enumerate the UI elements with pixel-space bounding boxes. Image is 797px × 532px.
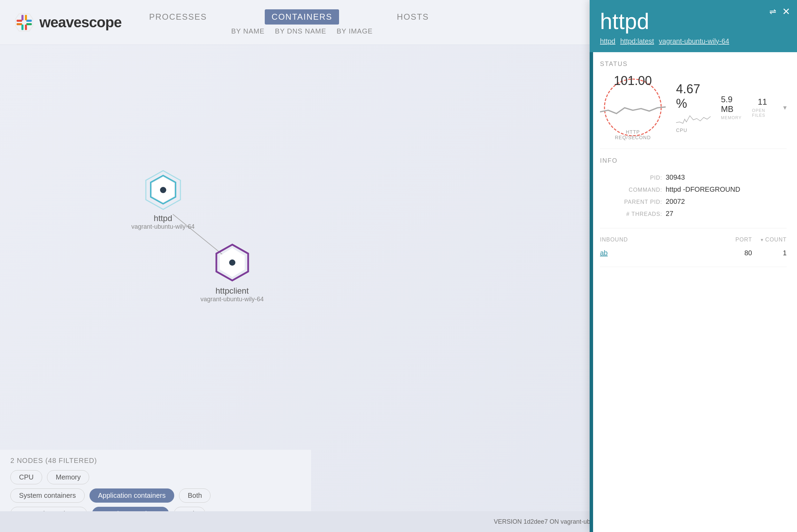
nav-containers-sub: BY NAME BY DNS NAME BY IMAGE <box>231 27 373 35</box>
info-table: PID: 30943 COMMAND: httpd -DFOREGROUND P… <box>600 171 787 220</box>
info-parent-pid-row: PARENT PID: 20072 <box>600 196 787 208</box>
graph-canvas[interactable]: httpd vagrant-ubuntu-wily-64 httpclient … <box>0 45 628 532</box>
cpu-label: CPU <box>676 127 687 133</box>
close-icon[interactable]: ✕ <box>782 7 790 17</box>
filter-application[interactable]: Application containers <box>90 488 175 503</box>
parent-pid-key: PARENT PID: <box>600 199 662 205</box>
info-command-row: COMMAND: httpd -DFOREGROUND <box>600 183 787 196</box>
status-label: STATUS <box>600 60 787 68</box>
dropdown-arrow[interactable]: ▾ <box>783 103 787 112</box>
cpu-value: 4.67 % <box>676 82 711 111</box>
count-label: ▾ COUNT <box>752 237 787 243</box>
filter-memory[interactable]: Memory <box>47 470 89 484</box>
httpd-sublabel: vagrant-ubuntu-wily-64 <box>131 223 195 230</box>
memory-label: MEMORY <box>721 115 742 120</box>
inbound-label: INBOUND <box>600 237 718 243</box>
cpu-metric: 4.67 % CPU <box>676 82 711 133</box>
info-threads-row: # THREADS: 27 <box>600 208 787 220</box>
nav-containers[interactable]: CONTAINERS BY NAME BY DNS NAME BY IMAGE <box>231 9 373 35</box>
panel-tag-httpd[interactable]: httpd <box>600 37 615 45</box>
memory-value: 5.9 MB <box>721 95 742 114</box>
port-label: PORT <box>718 237 752 243</box>
node-httpclient[interactable]: httpclient vagrant-ubuntu-wily-64 <box>200 242 264 303</box>
filter-cpu[interactable]: CPU <box>10 470 42 484</box>
nodes-count: 2 NODES (48 FILTERED) <box>10 457 301 465</box>
memory-metric: 5.9 MB MEMORY <box>721 95 742 120</box>
panel-title: httpd <box>600 10 787 32</box>
inbound-section: INBOUND PORT ▾ COUNT ab 80 1 <box>600 228 787 267</box>
panel-tags: httpd httpd:latest vagrant-ubuntu-wily-6… <box>600 37 787 45</box>
inbound-row: ab 80 1 <box>600 248 787 258</box>
svg-rect-6 <box>25 15 27 20</box>
threads-value: 27 <box>666 210 673 218</box>
svg-rect-7 <box>21 25 24 30</box>
node-httpd[interactable]: httpd vagrant-ubuntu-wily-64 <box>131 169 195 230</box>
httpclient-label: httpclient <box>216 286 249 296</box>
httpclient-sublabel: vagrant-ubuntu-wily-64 <box>200 296 264 303</box>
pid-value: 30943 <box>666 173 685 181</box>
svg-marker-0 <box>16 14 33 31</box>
expand-icon[interactable]: ⇌ <box>769 7 776 17</box>
svg-rect-1 <box>17 20 22 22</box>
logo: weavescope <box>14 12 122 33</box>
svg-rect-5 <box>21 15 24 20</box>
nav-sub-by-image[interactable]: BY IMAGE <box>337 27 373 35</box>
pid-key: PID: <box>600 175 662 181</box>
nav-sub-by-dns[interactable]: BY DNS NAME <box>275 27 326 35</box>
open-files-label: OPEN FILES <box>752 108 773 118</box>
open-files-metric: 11 OPEN FILES <box>752 97 773 118</box>
panel-header: httpd httpd httpd:latest vagrant-ubuntu-… <box>590 0 797 52</box>
status-metrics: 101.00 HTTP REQ/SECOND 4.67 <box>600 75 787 140</box>
http-value: 101.00 <box>614 75 652 87</box>
panel-tag-httpd-latest[interactable]: httpd:latest <box>620 37 654 45</box>
http-gauge: 101.00 HTTP REQ/SECOND <box>600 75 666 140</box>
panel-body: STATUS 101.00 <box>590 52 797 532</box>
svg-rect-8 <box>25 25 27 30</box>
command-value: httpd -DFOREGROUND <box>666 186 740 193</box>
panel-accent <box>590 0 593 532</box>
info-pid-row: PID: 30943 <box>600 171 787 183</box>
inbound-port: 80 <box>718 249 752 257</box>
http-sparkline <box>600 87 666 129</box>
httpclient-dot <box>229 259 235 266</box>
httpd-hex[interactable] <box>142 169 184 211</box>
command-key: COMMAND: <box>600 187 662 193</box>
nav-sub-by-name[interactable]: BY NAME <box>231 27 265 35</box>
open-files-value: 11 <box>758 97 767 107</box>
detail-panel: httpd httpd httpd:latest vagrant-ubuntu-… <box>590 0 797 532</box>
httpclient-hex[interactable] <box>212 242 253 283</box>
httpd-dot <box>160 187 166 193</box>
svg-rect-4 <box>26 23 32 25</box>
filter-system[interactable]: System containers <box>10 488 85 503</box>
http-name: HTTP REQ/SECOND <box>615 129 651 140</box>
info-label: INFO <box>600 157 787 164</box>
inbound-link-ab[interactable]: ab <box>600 249 718 257</box>
filter-row-metrics: CPU Memory <box>10 470 301 484</box>
info-section: INFO PID: 30943 COMMAND: httpd -DFOREGRO… <box>600 149 787 228</box>
cpu-sparkline <box>676 112 711 126</box>
svg-rect-2 <box>17 23 22 25</box>
nav-processes[interactable]: PROCESSES <box>142 9 214 25</box>
svg-rect-3 <box>26 20 32 22</box>
panel-tag-host[interactable]: vagrant-ubuntu-wily-64 <box>659 37 729 45</box>
parent-pid-value: 20072 <box>666 198 685 206</box>
httpd-label: httpd <box>154 213 172 223</box>
inbound-count: 1 <box>752 249 787 257</box>
filter-row-type: System containers Application containers… <box>10 488 301 503</box>
threads-key: # THREADS: <box>600 211 662 217</box>
logo-text: weavescope <box>39 14 122 31</box>
nav: PROCESSES CONTAINERS BY NAME BY DNS NAME… <box>142 9 436 35</box>
nav-hosts[interactable]: HOSTS <box>390 9 436 25</box>
logo-icon <box>14 12 35 33</box>
status-section: STATUS 101.00 <box>600 52 787 149</box>
inbound-header: INBOUND PORT ▾ COUNT <box>600 237 787 243</box>
filter-both-type[interactable]: Both <box>179 488 210 503</box>
